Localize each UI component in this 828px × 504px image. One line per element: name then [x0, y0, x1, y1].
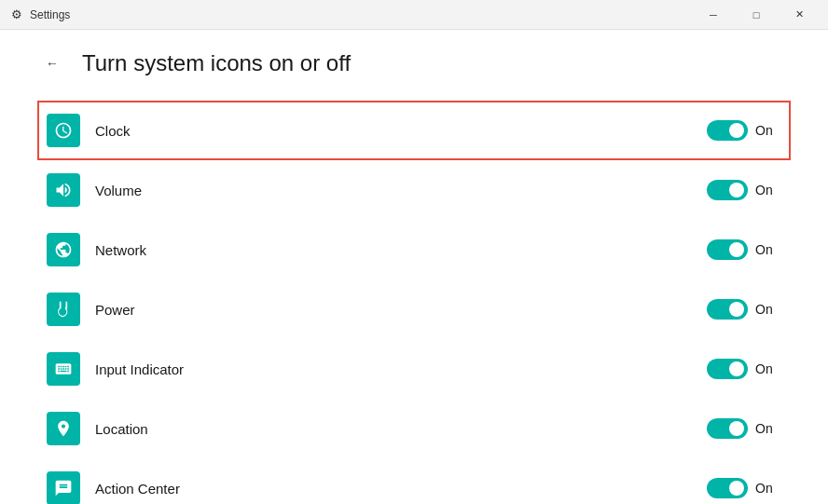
- maximize-button[interactable]: □: [735, 0, 778, 30]
- location-icon: [54, 419, 73, 438]
- network-toggle[interactable]: [707, 239, 748, 260]
- minimize-button[interactable]: ─: [692, 0, 735, 30]
- volume-label: Volume: [95, 183, 692, 198]
- location-toggle[interactable]: [707, 418, 748, 439]
- volume-toggle-area: On: [707, 180, 774, 200]
- setting-item-network: Network On: [37, 220, 791, 279]
- input-indicator-toggle-label: On: [755, 361, 774, 376]
- power-label: Power: [95, 302, 692, 318]
- clock-icon: [54, 121, 73, 140]
- input-indicator-toggle[interactable]: [707, 359, 748, 379]
- title-bar-left: ⚙ Settings: [11, 7, 70, 21]
- location-toggle-area: On: [707, 418, 774, 439]
- clock-label: Clock: [95, 123, 692, 139]
- network-toggle-label: On: [755, 242, 774, 257]
- title-bar: ⚙ Settings ─ □ ✕: [0, 0, 828, 30]
- power-icon: [54, 300, 73, 319]
- clock-toggle[interactable]: [707, 120, 748, 141]
- volume-toggle[interactable]: [707, 180, 748, 200]
- setting-item-input-indicator: Input Indicator On: [37, 339, 791, 399]
- volume-icon: [54, 181, 73, 199]
- network-icon: [54, 240, 73, 259]
- network-toggle-area: On: [707, 239, 774, 260]
- action-center-label: Action Center: [95, 481, 692, 497]
- network-icon-bg: [47, 233, 80, 266]
- power-toggle[interactable]: [707, 299, 748, 320]
- title-bar-title: Settings: [30, 8, 70, 21]
- volume-icon-bg: [47, 173, 80, 207]
- setting-item-action-center: Action Center On: [37, 458, 791, 504]
- setting-item-power: Power On: [37, 279, 791, 339]
- keyboard-icon: [54, 360, 73, 378]
- location-icon-bg: [47, 412, 80, 445]
- clock-icon-bg: [47, 114, 80, 147]
- power-toggle-label: On: [755, 302, 774, 317]
- settings-icon: ⚙: [11, 7, 22, 21]
- back-button[interactable]: ←: [37, 48, 67, 78]
- setting-item-clock: Clock On: [37, 101, 791, 160]
- page-header: ← Turn system icons on or off: [37, 48, 791, 78]
- main-content: ← Turn system icons on or off Clock On: [0, 30, 828, 504]
- clock-toggle-area: On: [707, 120, 774, 141]
- network-label: Network: [95, 242, 692, 258]
- action-center-icon-bg: [47, 471, 80, 504]
- input-indicator-label: Input Indicator: [95, 361, 692, 377]
- action-center-toggle-area: On: [707, 478, 774, 498]
- action-center-icon: [54, 479, 73, 497]
- title-bar-controls: ─ □ ✕: [692, 0, 821, 30]
- content-area: ← Turn system icons on or off Clock On: [0, 30, 828, 504]
- input-indicator-toggle-area: On: [707, 359, 774, 379]
- close-button[interactable]: ✕: [778, 0, 821, 30]
- location-toggle-label: On: [755, 421, 774, 436]
- action-center-toggle[interactable]: [707, 478, 748, 498]
- input-indicator-icon-bg: [47, 352, 80, 386]
- page-title: Turn system icons on or off: [82, 50, 351, 76]
- location-label: Location: [95, 421, 692, 437]
- clock-toggle-label: On: [755, 123, 774, 138]
- volume-toggle-label: On: [755, 183, 774, 198]
- power-icon-bg: [47, 293, 80, 326]
- action-center-toggle-label: On: [755, 481, 774, 496]
- power-toggle-area: On: [707, 299, 774, 320]
- settings-list: Clock On Volume On: [37, 101, 791, 504]
- setting-item-location: Location On: [37, 399, 791, 458]
- setting-item-volume: Volume On: [37, 160, 791, 220]
